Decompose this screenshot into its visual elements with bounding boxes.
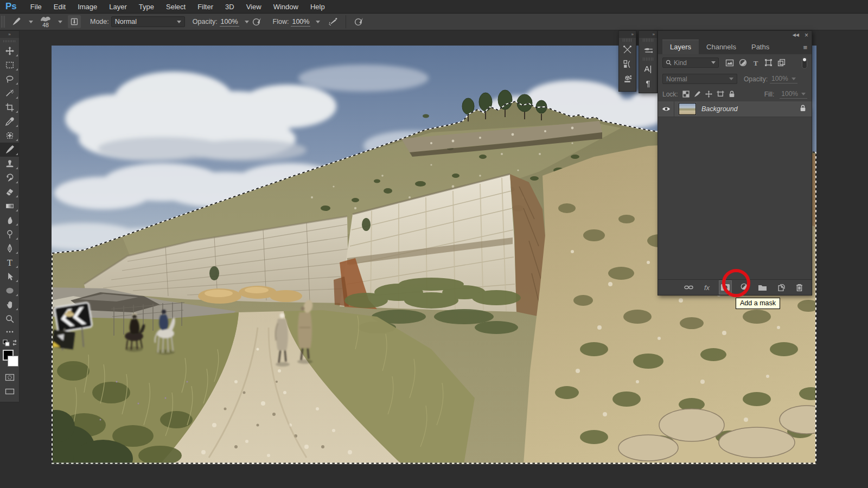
layer-style-button[interactable]: fx [701, 281, 713, 294]
gradient-tool[interactable] [0, 199, 20, 213]
filter-shape-layers-icon[interactable] [764, 59, 773, 67]
tab-channels[interactable]: Channels [699, 40, 744, 54]
layer-fill-value[interactable]: 100% [780, 89, 807, 99]
strip-b-grip-2[interactable] [643, 57, 653, 61]
layer-thumbnail[interactable] [679, 103, 696, 115]
path-selection-tool[interactable] [0, 269, 20, 284]
character-panel-icon[interactable]: A| [639, 61, 657, 76]
pen-tool[interactable] [0, 241, 20, 255]
tooltip-add-a-mask: Add a mask [736, 298, 780, 309]
foreground-background-swatches[interactable] [0, 349, 20, 370]
close-panel-icon[interactable]: × [805, 31, 808, 39]
menu-help[interactable]: Help [304, 0, 331, 14]
toolbar-collapse-button[interactable]: » [0, 31, 19, 38]
quick-mask-button[interactable] [0, 370, 20, 384]
quick-selection-tool[interactable] [0, 86, 20, 100]
type-tool[interactable]: T [0, 255, 20, 269]
chevron-down-icon [316, 21, 320, 23]
filter-toggle-switch[interactable] [802, 57, 807, 69]
menu-file[interactable]: File [24, 0, 48, 14]
layer-visibility-toggle[interactable] [658, 101, 674, 117]
wrench-screwdriver-icon[interactable] [619, 42, 636, 57]
strip-a-grip[interactable] [623, 38, 632, 42]
paragraph-panel-icon[interactable]: ¶ [639, 76, 657, 91]
toolbar-grip[interactable] [3, 39, 16, 43]
toggle-brush-panel-icon[interactable] [68, 15, 81, 28]
ellipse-tool[interactable] [0, 284, 20, 298]
lock-row: Lock: Fill: 100% [658, 87, 812, 101]
crop-tool[interactable] [0, 100, 20, 114]
flow-value[interactable]: 100% [291, 17, 310, 27]
opacity-value-text: 100% [221, 18, 238, 25]
tools-panel: » T [0, 30, 20, 402]
lock-image-pixels-icon[interactable] [694, 91, 701, 98]
strip-a-expand-button[interactable]: » [619, 31, 636, 38]
layer-name[interactable]: Background [701, 105, 800, 113]
zoom-tool[interactable] [0, 312, 20, 326]
new-layer-button[interactable] [775, 281, 787, 294]
fx-icon: fx [704, 284, 710, 292]
eyedropper-tool[interactable] [0, 114, 20, 129]
airbrush-icon[interactable] [327, 15, 340, 28]
chain-icon [684, 285, 693, 290]
delete-layer-button[interactable] [793, 281, 805, 294]
brush-preset-picker[interactable]: 48 [37, 16, 54, 28]
collapse-panels-icon[interactable]: ◀◀ [793, 31, 799, 40]
lock-artboard-icon[interactable] [717, 91, 724, 98]
edit-toolbar-button[interactable] [0, 326, 20, 338]
lock-position-icon[interactable] [705, 91, 712, 98]
mode-dropdown[interactable]: Normal [111, 16, 185, 27]
tab-layers[interactable]: Layers [662, 40, 699, 54]
smudge-tool[interactable] [0, 213, 20, 227]
pressure-opacity-icon[interactable] [251, 15, 264, 28]
menu-select[interactable]: Select [160, 0, 192, 14]
options-grip[interactable] [1, 16, 5, 28]
link-layers-button[interactable] [682, 281, 694, 294]
fill-label: Fill: [764, 91, 775, 98]
filter-kind-dropdown[interactable]: Kind [662, 57, 719, 68]
menu-3d[interactable]: 3D [219, 0, 240, 14]
layer-comps-icon[interactable] [619, 57, 636, 72]
spot-healing-brush-tool[interactable] [0, 129, 20, 143]
background-color[interactable] [8, 356, 18, 367]
layer-opacity-value[interactable]: 100% [770, 74, 797, 84]
opacity-value[interactable]: 100% [220, 17, 239, 27]
menu-view[interactable]: View [240, 0, 267, 14]
pressure-size-icon[interactable] [352, 15, 365, 28]
menu-filter[interactable]: Filter [192, 0, 219, 14]
strip-b-expand-button[interactable]: » [639, 31, 657, 38]
brush-tool-icon[interactable] [10, 15, 23, 28]
brush-tool[interactable] [0, 143, 20, 157]
lock-transparent-pixels-icon[interactable] [682, 91, 690, 98]
chevron-down-icon [729, 78, 733, 80]
clone-stamp-tool[interactable] [0, 157, 20, 171]
filter-pixel-layers-icon[interactable] [725, 59, 734, 67]
menu-type[interactable]: Type [133, 0, 160, 14]
move-tool[interactable] [0, 44, 20, 58]
strip-b-grip[interactable] [643, 38, 653, 42]
menu-image[interactable]: Image [72, 0, 103, 14]
filter-smart-objects-icon[interactable] [777, 59, 786, 67]
lock-all-icon[interactable] [729, 91, 735, 98]
menu-layer[interactable]: Layer [103, 0, 133, 14]
dodge-tool[interactable] [0, 227, 20, 241]
default-swap-colors[interactable] [0, 338, 19, 349]
brush-panel-icon[interactable] [639, 42, 657, 57]
screen-mode-button[interactable] [0, 384, 20, 399]
hand-tool[interactable] [0, 298, 20, 312]
new-group-button[interactable] [756, 281, 768, 294]
filter-adjustment-layers-icon[interactable] [739, 59, 747, 67]
history-brush-tool[interactable] [0, 171, 20, 185]
lasso-tool[interactable] [0, 72, 20, 86]
layer-row-background[interactable]: Background [658, 101, 812, 117]
panel-menu-icon[interactable]: ≡ [803, 43, 807, 52]
3d-panel-icon[interactable] [619, 72, 636, 86]
rectangular-marquee-tool[interactable] [0, 58, 20, 72]
eraser-tool[interactable] [0, 185, 20, 199]
menu-window[interactable]: Window [267, 0, 304, 14]
menu-edit[interactable]: Edit [48, 0, 72, 14]
filter-type-layers-icon[interactable]: T [752, 59, 760, 67]
tab-paths[interactable]: Paths [744, 40, 777, 54]
mode-label: Mode: [90, 18, 109, 25]
blend-mode-dropdown[interactable]: Normal [662, 74, 737, 84]
